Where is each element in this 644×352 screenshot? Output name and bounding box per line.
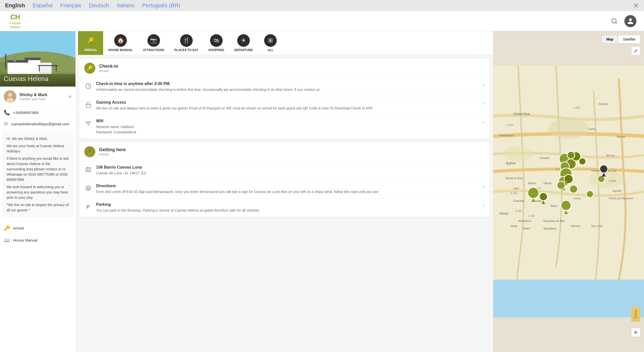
svg-point-89 xyxy=(600,165,608,173)
tab-all[interactable]: ⊞ ALL xyxy=(258,31,283,55)
search-icon[interactable] xyxy=(609,16,619,26)
lang-francais[interactable]: Français xyxy=(60,2,81,9)
gaining-access-arrow[interactable]: › xyxy=(483,101,484,106)
satellite-view-button[interactable]: Satellite xyxy=(618,35,640,44)
phone-icon: 📞 xyxy=(4,109,10,115)
svg-point-83 xyxy=(570,185,578,193)
directions-icon xyxy=(84,184,92,192)
places-to-eat-tab-label: PLACES TO EAT xyxy=(174,48,198,52)
svg-point-91 xyxy=(634,310,637,312)
getting-here-header-text: Getting here Arrival xyxy=(99,147,126,156)
gaining-access-item: Gaining Access We live on site and alway… xyxy=(79,96,489,115)
svg-point-72 xyxy=(567,151,575,159)
svg-rect-13 xyxy=(38,65,58,66)
sidebar-arrival-label: Arrival xyxy=(13,226,24,230)
svg-text:Aguadulce: Aguadulce xyxy=(543,227,556,230)
parking-desc: You can park in the driveway. Parking is… xyxy=(96,208,479,213)
collapse-button[interactable]: ∧ xyxy=(68,94,72,99)
tab-bar: 🔑 ARRIVAL 🏠 HOUSE MANUAL 📷 ATTRACTIONS 🍴… xyxy=(75,31,493,55)
svg-text:Linares: Linares xyxy=(540,156,549,160)
svg-text:Motril: Motril xyxy=(523,227,530,230)
checkin-section-icon: 🔑 xyxy=(84,63,95,74)
svg-text:Hellín: Hellín xyxy=(589,128,596,131)
svg-marker-22 xyxy=(86,167,91,172)
tab-places-to-eat[interactable]: 🍴 PLACES TO EAT xyxy=(169,31,203,55)
fullscreen-button[interactable]: ⤢ xyxy=(631,46,640,55)
sidebar-item-arrival[interactable]: 🔑 Arrival xyxy=(0,222,75,234)
svg-text:Úbeda: Úbeda xyxy=(543,182,552,185)
main-layout: Cuevas Helena Shirley & Mark Contact you… xyxy=(0,31,644,352)
svg-text:Almeria: Almeria xyxy=(571,224,581,227)
map-view-button[interactable]: Map xyxy=(601,35,618,44)
directions-item: Directions From A92 come off Exit 43 Sig… xyxy=(79,180,489,199)
center-content: 🔑 ARRIVAL 🏠 HOUSE MANUAL 📷 ATTRACTIONS 🍴… xyxy=(75,31,493,352)
svg-point-86 xyxy=(561,201,571,211)
checkin-time-item: Check-in time is anytime after 3:00 PM. … xyxy=(79,78,489,96)
street-view-button[interactable] xyxy=(631,307,640,322)
message-line-2: We are your hosts at Cuevas Helena Holid… xyxy=(7,143,69,154)
lang-deutsch[interactable]: Deutsch xyxy=(89,2,109,9)
checkin-subtitle: Arrival xyxy=(99,69,118,73)
email-address[interactable]: cuevashelenaholidays@gmail.com xyxy=(11,122,69,126)
svg-text:E-5: E-5 xyxy=(507,163,511,166)
svg-text:Aguilas: Aguilas xyxy=(613,189,622,192)
attractions-tab-icon: 📷 xyxy=(147,34,160,47)
close-button[interactable]: ✕ xyxy=(633,2,639,10)
svg-point-85 xyxy=(598,176,605,183)
svg-text:Lorca: Lorca xyxy=(574,197,581,200)
map-svg: Ciudad Real Alcaraz Puertollano Hellín J… xyxy=(493,31,644,352)
parking-arrow[interactable]: › xyxy=(483,203,484,208)
logo-initials: CH xyxy=(8,13,23,21)
tab-shopping[interactable]: 🛍 SHOPPING xyxy=(203,31,229,55)
tab-departure[interactable]: ✈ DEPARTURE xyxy=(229,31,258,55)
tab-attractions[interactable]: 📷 ATTRACTIONS xyxy=(138,31,169,55)
parking-content: Parking You can park in the driveway. Pa… xyxy=(96,202,479,213)
svg-text:E-902: E-902 xyxy=(511,192,517,195)
gaining-access-title: Gaining Access xyxy=(96,100,479,105)
lang-english[interactable]: English xyxy=(5,2,25,9)
parking-item: P Parking You can park in the driveway. … xyxy=(79,199,489,217)
wifi-arrow[interactable]: › xyxy=(483,119,484,125)
zoom-in-button[interactable]: + xyxy=(631,328,640,337)
getting-here-subtitle: Arrival xyxy=(99,152,126,156)
arrival-key-icon: 🔑 xyxy=(4,225,10,231)
directions-arrow[interactable]: › xyxy=(483,184,484,189)
svg-point-27 xyxy=(503,146,533,162)
street-view-person-icon xyxy=(633,309,638,319)
checkin-time-desc: Unfortunately we cannot accommodate chec… xyxy=(96,87,479,92)
email-contact: ✉ cuevashelenaholidays@gmail.com xyxy=(0,118,75,130)
lang-portuguese[interactable]: Português (BR) xyxy=(142,2,180,9)
tab-house-manual[interactable]: 🏠 HOUSE MANUAL xyxy=(103,31,138,55)
svg-point-28 xyxy=(548,119,589,139)
svg-text:Murcia: Murcia xyxy=(606,154,615,157)
phone-contact: 📞 +34858997869 xyxy=(0,107,75,118)
sidebar-item-house-manual[interactable]: 📖 House Manual xyxy=(0,234,75,246)
arrival-tab-label: ARRIVAL xyxy=(84,48,97,52)
house-manual-icon: 📖 xyxy=(4,237,10,243)
logo[interactable]: CH Cuevas Helena xyxy=(8,14,23,29)
checkin-time-arrow[interactable]: › xyxy=(483,82,484,87)
content-area: 🔑 Check-in Arrival Check-in time is any xyxy=(75,55,493,224)
checkin-time-title: Check-in time is anytime after 3:00 PM. xyxy=(96,82,479,86)
svg-point-84 xyxy=(579,158,586,165)
getting-here-card-header: 📍 Getting here Arrival xyxy=(79,142,489,161)
host-message-box: Hi, We are Shirley & Mark, We are your h… xyxy=(3,132,73,217)
wifi-item: Wifi Network name: Habland Password: Cue… xyxy=(79,115,489,139)
svg-text:E-902: E-902 xyxy=(528,215,535,217)
svg-text:Ciudad Real: Ciudad Real xyxy=(513,112,530,116)
sidebar-house-manual-label: House Manual xyxy=(13,238,37,242)
places-to-eat-tab-icon: 🍴 xyxy=(180,34,193,47)
host-info: Shirley & Mark Contact your host xyxy=(19,93,65,101)
svg-text:Jaén: Jaén xyxy=(513,187,519,190)
user-avatar[interactable] xyxy=(624,15,636,27)
svg-point-29 xyxy=(589,170,624,188)
host-subtitle: Contact your host xyxy=(19,97,65,101)
svg-text:Baza: Baza xyxy=(551,204,557,207)
svg-text:Roquetas de Mar: Roquetas de Mar xyxy=(543,219,565,222)
wifi-icon xyxy=(84,119,92,127)
phone-number[interactable]: +34858997869 xyxy=(13,110,38,115)
lang-espanol[interactable]: Español xyxy=(32,2,53,9)
lang-italiano[interactable]: Italiano xyxy=(117,2,135,9)
tab-arrival[interactable]: 🔑 ARRIVAL xyxy=(78,31,103,55)
svg-rect-15 xyxy=(56,65,57,71)
